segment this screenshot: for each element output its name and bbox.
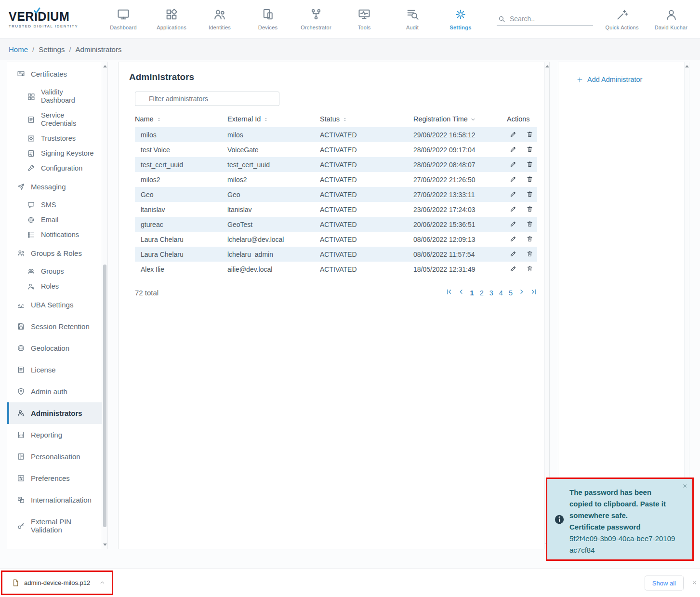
chevron-left-icon — [458, 288, 465, 295]
breadcrumb-item-settings[interactable]: Settings — [39, 45, 65, 53]
sidebar-item-internationalization[interactable]: Internationalization — [7, 489, 102, 511]
edit-button[interactable] — [510, 160, 517, 169]
main-scrollbar[interactable] — [544, 62, 549, 549]
page-number-1[interactable]: 1 — [470, 289, 475, 297]
delete-button[interactable] — [526, 205, 533, 214]
nav-item-dashboard[interactable]: Dashboard — [106, 8, 141, 30]
edit-button[interactable] — [510, 175, 517, 184]
sidebar-item-configuration[interactable]: Configuration — [7, 161, 102, 176]
sidebar-item-email[interactable]: Email — [7, 212, 102, 227]
pencil-icon — [510, 235, 517, 242]
delete-button[interactable] — [526, 146, 533, 154]
edit-button[interactable] — [510, 265, 517, 274]
close-icon[interactable] — [682, 483, 687, 489]
scroll-up-icon[interactable] — [545, 65, 549, 67]
sidebar-item-notifications[interactable]: Notifications — [7, 227, 102, 242]
close-icon[interactable] — [691, 580, 698, 586]
edit-button[interactable] — [510, 250, 517, 259]
add-administrator-button[interactable]: Add Administrator — [558, 62, 689, 83]
sidebar-item-sms[interactable]: SMS — [7, 198, 102, 212]
sidebar-item-preferences[interactable]: Preferences — [7, 467, 102, 489]
sidebar-item-administrators[interactable]: Administrators — [7, 402, 102, 424]
sidebar-item-messaging[interactable]: Messaging — [7, 176, 102, 198]
sidebar-item-radius-clients[interactable]: Radius Clients — [7, 541, 102, 549]
nav-item-applications[interactable]: Applications — [154, 8, 189, 30]
sidebar-item-personalisation[interactable]: Personalisation — [7, 446, 102, 467]
search-input[interactable] — [510, 15, 582, 23]
filter-administrators-input[interactable] — [135, 92, 279, 106]
sort-icon — [264, 117, 268, 122]
next-page-button[interactable] — [518, 288, 525, 297]
breadcrumb-item-home[interactable]: Home — [9, 45, 28, 53]
scroll-down-icon[interactable] — [103, 544, 107, 546]
sidebar-item-reporting[interactable]: Reporting — [7, 424, 102, 446]
show-all-downloads-button[interactable]: Show all — [645, 576, 684, 591]
page-number-4[interactable]: 4 — [499, 289, 503, 297]
nav-item-devices[interactable]: Devices — [251, 8, 285, 30]
delete-button[interactable] — [526, 265, 533, 274]
delete-button[interactable] — [526, 220, 533, 229]
first-page-button[interactable] — [446, 288, 453, 297]
sidebar-item-license[interactable]: License — [7, 359, 102, 381]
sidebar-scrollbar[interactable] — [102, 62, 107, 549]
edit-button[interactable] — [510, 190, 517, 199]
nav-item-tools[interactable]: Tools — [347, 8, 382, 30]
nav-item-identities[interactable]: Identities — [202, 8, 237, 30]
detail-panel-scrollbar[interactable] — [684, 62, 689, 549]
save-icon — [17, 322, 25, 331]
column-header-name[interactable]: Name — [135, 111, 227, 127]
edit-button[interactable] — [510, 220, 517, 229]
delete-button[interactable] — [526, 250, 533, 259]
sidebar-item-uba-settings[interactable]: UBA Settings — [7, 294, 102, 316]
sidebar-item-truststores[interactable]: Truststores — [7, 131, 102, 146]
sidebar-item-geolocation[interactable]: Geolocation — [7, 337, 102, 359]
edit-button[interactable] — [510, 131, 517, 139]
previous-page-button[interactable] — [458, 288, 465, 297]
column-header-status[interactable]: Status — [320, 111, 413, 127]
sidebar-item-admin-auth[interactable]: Admin auth — [7, 381, 102, 402]
nav-item-audit[interactable]: Audit — [395, 8, 430, 30]
veridium-logo[interactable]: VERIDIUM TRUSTED DIGITAL IDENTITY — [9, 10, 90, 28]
column-header-registration-time[interactable]: Registration Time — [413, 111, 507, 127]
sidebar-item-groups-roles[interactable]: Groups & Roles — [7, 242, 102, 264]
scrollbar-thumb[interactable] — [103, 265, 106, 527]
delete-button[interactable] — [526, 235, 533, 244]
sidebar-item-service-credentials[interactable]: Service Credentials — [7, 108, 102, 131]
scroll-up-icon[interactable] — [103, 65, 107, 67]
nav-item-label: Identities — [209, 25, 231, 30]
sidebar-item-session-retention[interactable]: Session Retention — [7, 316, 102, 337]
sidebar-item-roles[interactable]: Roles — [7, 279, 102, 294]
delete-button[interactable] — [526, 175, 533, 184]
edit-button[interactable] — [510, 146, 517, 154]
sidebar-item-external-pin-validation[interactable]: External PIN Validation — [7, 511, 102, 541]
top-nav: VERIDIUM TRUSTED DIGITAL IDENTITY Dashbo… — [0, 0, 700, 39]
delete-button[interactable] — [526, 160, 533, 169]
sidebar-item-groups[interactable]: Groups — [7, 264, 102, 279]
scroll-up-icon[interactable] — [685, 65, 689, 67]
page-number-2[interactable]: 2 — [479, 289, 484, 297]
sidebar-item-label: Internationalization — [31, 496, 92, 504]
add-administrator-label: Add Administrator — [587, 76, 642, 83]
column-header-external-id[interactable]: External Id — [227, 111, 320, 127]
edit-button[interactable] — [510, 205, 517, 214]
delete-button[interactable] — [526, 131, 533, 139]
pencil-icon — [510, 146, 517, 153]
sidebar-item-validity-dashboard[interactable]: Validity Dashboard — [7, 85, 102, 108]
chevron-up-icon[interactable] — [99, 580, 106, 586]
table-row: test_cert_uuid test_cert_uuid ACTIVATED … — [135, 157, 537, 172]
sidebar-item-certificates[interactable]: Certificates — [7, 63, 102, 85]
sidebar-item-signing-keystore[interactable]: Signing Keystore — [7, 146, 102, 161]
last-page-button[interactable] — [530, 288, 537, 297]
delete-button[interactable] — [526, 190, 533, 199]
page-number-3[interactable]: 3 — [489, 289, 494, 297]
nav-item-settings[interactable]: Settings — [443, 8, 478, 30]
download-item[interactable]: admin-device-milos.p12 — [2, 579, 106, 587]
sidebar-item-label: Certificates — [31, 70, 67, 78]
dashboard-monitor-icon — [117, 8, 130, 21]
page-number-5[interactable]: 5 — [508, 289, 513, 297]
quick-actions-button[interactable]: Quick Actions — [602, 8, 642, 30]
trash-icon — [526, 235, 533, 242]
user-menu[interactable]: David Kuchar — [651, 8, 691, 30]
nav-item-orchestrator[interactable]: Orchestrator — [299, 8, 333, 30]
edit-button[interactable] — [510, 235, 517, 244]
